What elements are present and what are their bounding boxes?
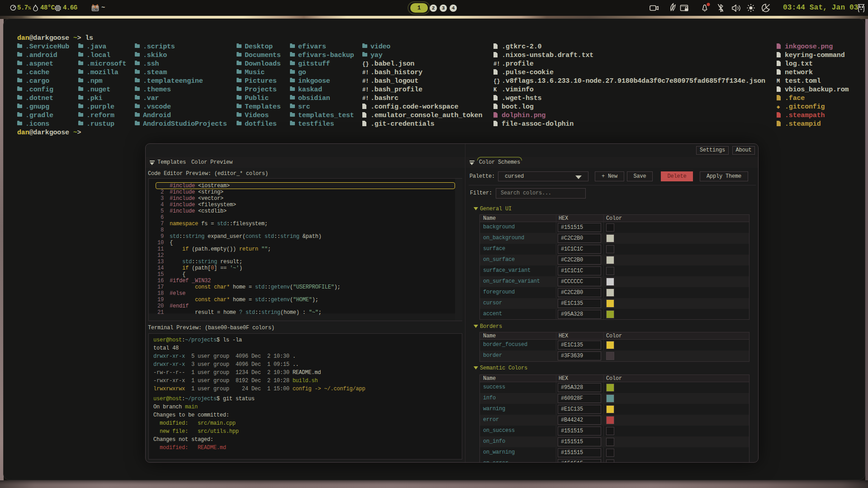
svg-text:>_: >_ bbox=[93, 8, 96, 11]
